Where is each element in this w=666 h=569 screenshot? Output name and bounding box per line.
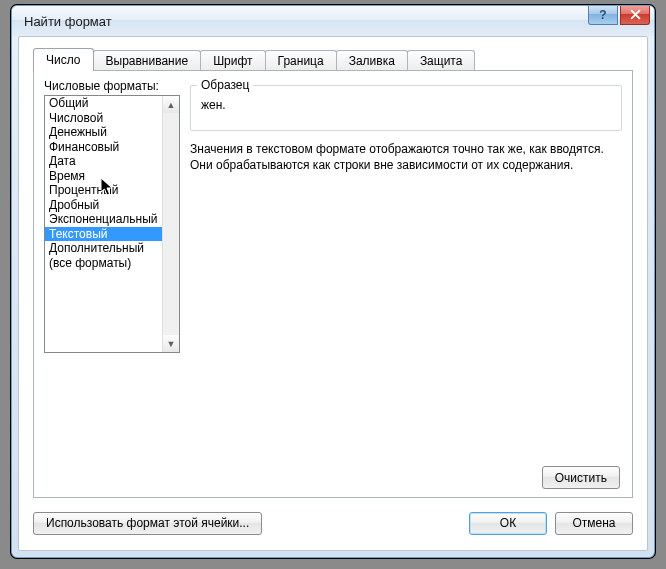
format-list-items: Общий Числовой Денежный Финансовый Дата …: [45, 96, 162, 270]
close-icon: [630, 9, 641, 20]
tab-label: Число: [46, 53, 81, 67]
title-buttons: ?: [588, 5, 650, 25]
tab-number[interactable]: Число: [33, 48, 94, 71]
sample-label: Образец: [197, 78, 253, 92]
button-label: Очистить: [555, 471, 607, 485]
titlebar[interactable]: Найти формат ?: [12, 6, 654, 36]
list-item[interactable]: Время: [45, 169, 162, 184]
help-button[interactable]: ?: [588, 5, 618, 25]
window-title: Найти формат: [20, 14, 112, 29]
client-area: Число Выравнивание Шрифт Граница Заливка…: [18, 36, 648, 551]
list-item[interactable]: (все форматы): [45, 256, 162, 271]
ok-button[interactable]: ОК: [469, 512, 547, 535]
list-item[interactable]: Дополнительный: [45, 241, 162, 256]
list-item[interactable]: Денежный: [45, 125, 162, 140]
formats-label: Числовые форматы:: [44, 79, 159, 93]
button-label: Использовать формат этой ячейки...: [46, 516, 249, 530]
list-item[interactable]: Дата: [45, 154, 162, 169]
format-description: Значения в текстовом формате отображаютс…: [190, 141, 622, 173]
cancel-button[interactable]: Отмена: [555, 512, 633, 535]
list-item-selected[interactable]: Текстовый: [45, 227, 162, 242]
bottom-button-row: Использовать формат этой ячейки... ОК От…: [33, 510, 633, 536]
tab-border[interactable]: Граница: [265, 50, 337, 71]
tab-protection[interactable]: Защита: [407, 50, 476, 71]
tab-fill[interactable]: Заливка: [336, 50, 408, 71]
help-icon: ?: [599, 8, 606, 22]
tabstrip: Число Выравнивание Шрифт Граница Заливка…: [33, 49, 633, 71]
scroll-down-button[interactable]: ▼: [163, 335, 179, 352]
tab-label: Заливка: [349, 54, 395, 68]
list-item[interactable]: Числовой: [45, 111, 162, 126]
use-cell-format-button[interactable]: Использовать формат этой ячейки...: [33, 512, 262, 535]
tab-label: Граница: [278, 54, 324, 68]
tab-label: Шрифт: [213, 54, 252, 68]
list-scrollbar[interactable]: ▲ ▼: [162, 96, 179, 352]
dialog-window: Найти формат ? Число Выравнивание: [11, 5, 655, 558]
tab-label: Защита: [420, 54, 463, 68]
button-label: Отмена: [572, 516, 615, 530]
clear-row: Очистить: [542, 466, 620, 489]
tab-alignment[interactable]: Выравнивание: [93, 50, 202, 71]
tab-font[interactable]: Шрифт: [200, 50, 265, 71]
button-label: ОК: [500, 516, 516, 530]
window-frame: Найти формат ? Число Выравнивание: [10, 4, 656, 559]
close-button[interactable]: [620, 5, 650, 25]
list-item[interactable]: Общий: [45, 96, 162, 111]
format-listbox[interactable]: Общий Числовой Денежный Финансовый Дата …: [44, 95, 180, 353]
clear-button[interactable]: Очистить: [542, 466, 620, 489]
sample-fieldset: Образец жен.: [190, 85, 622, 131]
chevron-down-icon: ▼: [167, 339, 176, 349]
list-item[interactable]: Дробный: [45, 198, 162, 213]
list-item[interactable]: Финансовый: [45, 140, 162, 155]
tab-label: Выравнивание: [106, 54, 189, 68]
list-item[interactable]: Экспоненциальный: [45, 212, 162, 227]
sample-value: жен.: [191, 86, 621, 112]
tab-body: Числовые форматы: Общий Числовой Денежны…: [33, 70, 633, 498]
chevron-up-icon: ▲: [167, 100, 176, 110]
scroll-up-button[interactable]: ▲: [163, 96, 179, 113]
list-item[interactable]: Процентный: [45, 183, 162, 198]
